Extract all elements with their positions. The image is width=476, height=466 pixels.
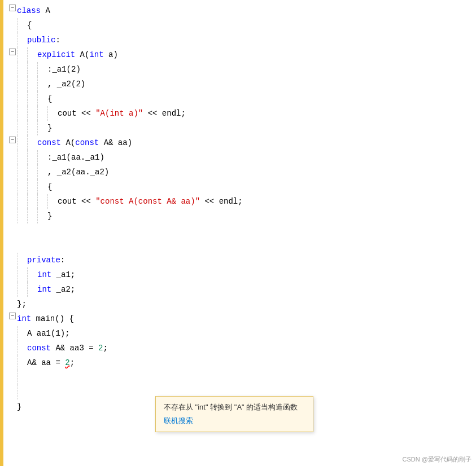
token: cout — [58, 109, 77, 118]
indent-guide — [37, 150, 47, 165]
fold-marker — [8, 297, 17, 298]
code-line: { — [3, 179, 476, 194]
indent-guide — [17, 165, 27, 179]
code-line: { — [3, 91, 476, 106]
code-line — [3, 238, 476, 253]
token: int — [37, 285, 51, 294]
fold-marker — [8, 62, 17, 63]
indent-guide — [37, 209, 47, 223]
indent-guide — [27, 150, 37, 165]
code-text: const A(const A& aa) — [37, 135, 476, 150]
fold-marker — [8, 282, 17, 283]
indent-guide — [17, 135, 27, 150]
code-text — [17, 238, 476, 253]
indent-guide — [27, 179, 37, 194]
token: << endl; — [143, 109, 186, 118]
code-text: class A — [17, 3, 476, 18]
code-text: A& aa = 2; — [27, 355, 476, 370]
token: { — [47, 182, 52, 191]
token: { — [47, 94, 52, 103]
fold-marker — [8, 399, 17, 401]
code-line: int _a2; — [3, 282, 476, 297]
code-line: }; — [3, 297, 476, 311]
indent-guide — [17, 33, 27, 47]
code-line: −explicit A(int a) — [3, 47, 476, 62]
code-line: int _a1; — [3, 267, 476, 282]
code-line: const A& aa3 = 2; — [3, 341, 476, 355]
token: << — [77, 109, 96, 118]
fold-marker — [8, 150, 17, 151]
fold-marker — [8, 341, 17, 342]
code-text: } — [47, 209, 476, 223]
fold-marker[interactable]: − — [8, 135, 17, 143]
token: int — [37, 270, 51, 279]
token: ; — [70, 358, 75, 367]
fold-open-icon[interactable]: − — [9, 5, 16, 11]
code-text: { — [47, 179, 476, 194]
code-line: −const A(const A& aa) — [3, 135, 476, 150]
code-text: :_a1(2) — [47, 62, 476, 77]
indent-guide — [27, 77, 37, 91]
token: "A(int a)" — [95, 109, 143, 118]
tooltip-message: 不存在从 "int" 转换到 "A" 的适当构造函数 — [164, 402, 305, 412]
code-text: int _a2; — [37, 282, 476, 297]
fold-marker[interactable]: − — [8, 47, 17, 55]
token: : — [60, 256, 65, 265]
fold-open-icon[interactable]: − — [9, 137, 16, 143]
indent-guide — [17, 370, 27, 385]
token: int — [17, 314, 31, 323]
indent-guide — [37, 194, 47, 209]
code-line: } — [3, 209, 476, 223]
indent-guide — [27, 135, 37, 150]
fold-marker — [8, 91, 17, 93]
fold-open-icon[interactable]: − — [9, 49, 16, 55]
indent-guide — [27, 209, 37, 223]
indent-guide — [47, 106, 58, 121]
token: } — [47, 124, 52, 133]
code-line: , _a2(2) — [3, 77, 476, 91]
indent-guide — [37, 106, 47, 121]
fold-open-icon[interactable]: − — [9, 313, 16, 319]
code-line: −class A — [3, 3, 476, 18]
indent-guide — [27, 121, 37, 135]
code-line: public: — [3, 33, 476, 47]
token: A aa1(1); — [27, 329, 70, 338]
code-text: , _a2(2) — [47, 77, 476, 91]
code-line: private: — [3, 253, 476, 267]
fold-marker[interactable]: − — [8, 311, 17, 319]
indent-guide — [27, 267, 37, 282]
code-text — [27, 370, 476, 385]
indent-guide — [17, 253, 27, 267]
indent-guide — [17, 267, 27, 282]
token: { — [27, 21, 32, 30]
fold-marker[interactable]: − — [8, 3, 17, 11]
fold-marker — [8, 355, 17, 357]
indent-guide — [17, 18, 27, 33]
token: :_a1(2) — [47, 65, 81, 74]
code-line: :_a1(aa._a1) — [3, 150, 476, 165]
indent-guide — [47, 194, 58, 209]
code-text: const A& aa3 = 2; — [27, 341, 476, 355]
token: ; — [103, 344, 107, 353]
indent-guide — [27, 91, 37, 106]
code-text: }; — [17, 297, 476, 311]
code-text: int _a1; — [37, 267, 476, 282]
indent-guide — [37, 165, 47, 179]
token: a) — [104, 50, 118, 59]
indent-guide — [17, 106, 27, 121]
code-line: A aa1(1); — [3, 326, 476, 341]
indent-guide — [37, 62, 47, 77]
indent-guide — [37, 121, 47, 135]
token: explicit — [37, 50, 75, 59]
indent-guide — [17, 179, 27, 194]
fold-marker — [8, 77, 17, 78]
code-line: :_a1(2) — [3, 62, 476, 77]
token: cout — [58, 197, 77, 206]
token: A — [41, 6, 50, 15]
tooltip-link[interactable]: 联机搜索 — [164, 416, 193, 425]
token: A& aa3 = — [51, 344, 98, 353]
indent-guide — [17, 121, 27, 135]
code-text: public: — [27, 33, 476, 47]
fold-marker — [8, 385, 17, 386]
watermark: CSDN @爱写代码的刚子 — [403, 455, 471, 464]
